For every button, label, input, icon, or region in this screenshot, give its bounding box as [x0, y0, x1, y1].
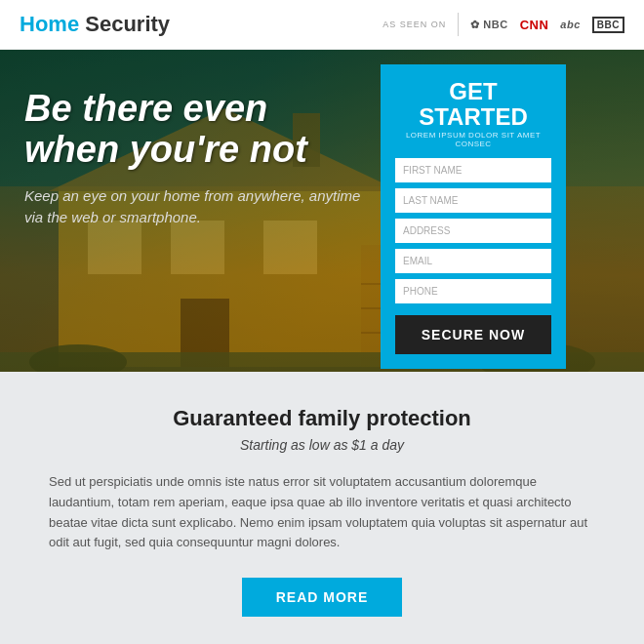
hero-headline: Be there even when you're not	[24, 89, 361, 171]
first-name-input[interactable]	[395, 158, 551, 182]
page-header: Home Security AS SEEN ON ✿ NBC CNN abc B…	[0, 0, 644, 50]
vertical-divider	[458, 13, 459, 36]
logo[interactable]: Home Security	[20, 12, 170, 37]
email-input[interactable]	[395, 249, 551, 273]
media-logos-container: AS SEEN ON ✿ NBC CNN abc BBC	[382, 13, 624, 36]
hero-subtext: Keep an eye on your home from anywhere, …	[24, 185, 361, 229]
abc-logo: abc	[560, 19, 580, 30]
read-more-button[interactable]: READ MORE	[242, 578, 403, 617]
address-input[interactable]	[395, 219, 551, 243]
nbc-logo: ✿ NBC	[470, 19, 507, 31]
hero-text-block: Be there even when you're not Keep an ey…	[0, 50, 381, 249]
phone-input[interactable]	[395, 279, 551, 303]
as-seen-on-label: AS SEEN ON	[382, 20, 446, 29]
last-name-input[interactable]	[395, 188, 551, 213]
form-subtitle: LOREM IPSUM DOLOR SIT AMET CONSEC	[395, 131, 551, 148]
content-body: Sed ut perspiciatis unde omnis iste natu…	[49, 472, 595, 553]
content-title: Guaranteed family protection	[49, 406, 595, 431]
content-subtitle: Starting as low as $1 a day	[49, 437, 595, 453]
logo-security: Security	[79, 12, 170, 36]
bbc-logo: BBC	[592, 17, 624, 33]
cnn-logo: CNN	[520, 18, 549, 32]
get-started-form: GET STARTED LOREM IPSUM DOLOR SIT AMET C…	[381, 64, 566, 369]
logo-home: Home	[20, 12, 79, 36]
hero-section: Be there even when you're not Keep an ey…	[0, 50, 644, 372]
form-title: GET STARTED	[395, 79, 551, 131]
secure-now-button[interactable]: SECURE NOW	[395, 315, 551, 354]
content-section: Guaranteed family protection Starting as…	[0, 372, 644, 644]
